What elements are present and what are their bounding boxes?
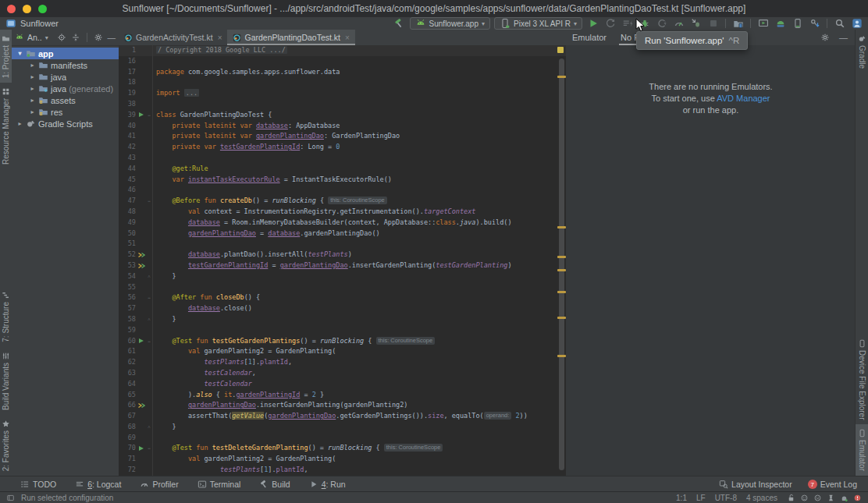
code-line-63[interactable]: 63 testCalendar, <box>119 368 566 379</box>
toolwindow-button-event-log[interactable]: 7Event Log <box>808 480 857 489</box>
fold-marker[interactable] <box>146 411 153 422</box>
fold-marker[interactable] <box>146 357 153 368</box>
run-test-icon[interactable] <box>137 110 146 121</box>
tree-item-java[interactable]: ▸java <box>12 71 119 83</box>
code-line-62[interactable]: 62 testPlants[1].plantId, <box>119 357 566 368</box>
tree-item-assets[interactable]: ▸assets <box>12 94 119 106</box>
code-line-71[interactable]: 71 val gardenPlanting2 = GardenPlanting( <box>119 454 566 465</box>
code-line-52[interactable]: 52 database.plantDao().insertAll(testPla… <box>119 250 566 260</box>
editor-tab-gardenplantingdaotest-kt[interactable]: GardenPlantingDaoTest.kt× <box>227 30 354 45</box>
code-line-1[interactable]: 1/ Copyright 2018 Google LLC .../ <box>119 45 566 56</box>
fold-marker[interactable] <box>146 56 153 67</box>
fold-marker[interactable] <box>146 260 153 271</box>
sdk-manager[interactable] <box>774 17 787 30</box>
fold-marker[interactable] <box>146 121 153 132</box>
profile-button[interactable] <box>672 17 685 30</box>
error-notification-icon[interactable] <box>853 494 862 502</box>
toolwindow-button-profiler[interactable]: Profiler <box>140 480 178 489</box>
chevron-right-icon[interactable]: ▸ <box>29 97 36 104</box>
code-line-57[interactable]: 57 database.close() <box>119 303 566 314</box>
fold-marker[interactable] <box>146 368 153 379</box>
code-line-53[interactable]: 53 testGardenPlantingId = gardenPlanting… <box>119 260 566 271</box>
fold-marker[interactable]: ˄ <box>146 314 153 325</box>
fold-marker[interactable] <box>146 185 153 196</box>
attach-debugger[interactable] <box>689 17 703 30</box>
device-select[interactable]: Pixel 3 XL API R▾ <box>494 17 582 30</box>
chevron-right-icon[interactable]: ▸ <box>29 73 36 80</box>
fold-marker[interactable] <box>146 153 153 164</box>
fold-marker[interactable] <box>146 303 153 314</box>
code-line-68[interactable]: 68˄ } <box>119 422 566 433</box>
chevron-right-icon[interactable]: ▸ <box>16 120 23 127</box>
fold-marker[interactable] <box>146 207 153 218</box>
code-line-69[interactable]: 69 <box>119 433 566 444</box>
toolwindow-button-build[interactable]: Build <box>259 480 290 489</box>
sidebar-item-resource-manager[interactable]: Resource Manager <box>0 83 12 169</box>
toolwindow-button-todo[interactable]: TODO <box>20 480 56 489</box>
apply-code-changes[interactable] <box>621 17 634 30</box>
chevron-right-icon[interactable]: ▸ <box>29 85 36 92</box>
code-line-55[interactable]: 55 <box>119 282 566 293</box>
fold-marker[interactable] <box>146 379 153 390</box>
chevron-down-icon[interactable]: ▾ <box>16 50 23 57</box>
profile-avatar[interactable] <box>850 17 863 30</box>
tree-item-java-generated[interactable]: ▸java (generated) <box>12 83 119 94</box>
run-button[interactable] <box>586 17 599 30</box>
zoom-window-button[interactable] <box>38 5 47 13</box>
code-line-51[interactable]: 51 <box>119 239 566 250</box>
code-line-16[interactable]: 16 <box>119 56 566 67</box>
fold-marker[interactable] <box>146 454 153 465</box>
locate-file-icon[interactable] <box>57 33 66 42</box>
toolwindow-button-4-run[interactable]: 4: Run <box>309 480 346 489</box>
sidebar-item-2-favorites[interactable]: 2: Favorites <box>0 415 12 476</box>
chevron-right-icon[interactable]: ▸ <box>29 62 36 69</box>
fold-marker[interactable] <box>146 142 153 153</box>
toolwindow-button-terminal[interactable]: Terminal <box>197 480 241 489</box>
code-line-70[interactable]: 70− @Test fun testDeleteGardenPlanting()… <box>119 443 566 454</box>
editor-scrollbar[interactable] <box>559 58 564 470</box>
project-view-selector[interactable]: An.. <box>27 33 42 42</box>
close-window-button[interactable] <box>7 5 16 13</box>
sidebar-item-gradle[interactable]: Gradle <box>856 30 868 73</box>
collapse-all-icon[interactable] <box>71 33 80 42</box>
gear-icon[interactable] <box>94 33 103 42</box>
fold-marker[interactable] <box>146 239 153 250</box>
breadcrumb[interactable]: Sunflower <box>0 18 59 29</box>
code-line-54[interactable]: 54˄ } <box>119 271 566 282</box>
code-line-18[interactable]: 18 <box>119 77 566 88</box>
fold-marker[interactable]: ˄ <box>146 271 153 282</box>
adb-device-icon[interactable] <box>840 494 848 502</box>
close-icon[interactable]: × <box>218 34 222 42</box>
fold-marker[interactable]: − <box>146 110 153 121</box>
code-line-60[interactable]: 60− @Test fun testGetGardenPlantings() =… <box>119 336 566 347</box>
tree-item-app[interactable]: ▾app <box>12 48 119 59</box>
code-line-45[interactable]: 45 var instantTaskExecutorRule = Instant… <box>119 175 566 186</box>
code-line-64[interactable]: 64 testCalendar <box>119 379 566 390</box>
device-manager[interactable] <box>731 17 745 30</box>
minimize-window-button[interactable] <box>23 5 31 13</box>
code-line-40[interactable]: 40 private lateinit var database: AppDat… <box>119 121 566 132</box>
code-area[interactable]: 1/ Copyright 2018 Google LLC .../1617pac… <box>119 45 566 476</box>
code-line-50[interactable]: 50 gardenPlantingDao = database.gardenPl… <box>119 228 566 239</box>
toolwindow-toggle-icon[interactable] <box>6 494 15 502</box>
code-line-41[interactable]: 41 private lateinit var gardenPlantingDa… <box>119 131 566 142</box>
code-line-65[interactable]: 65 ).also { it.gardenPlantingId = 2 } <box>119 390 566 401</box>
inspections-indicator[interactable] <box>557 47 564 53</box>
frowny-icon[interactable] <box>813 494 822 502</box>
fold-marker[interactable] <box>146 400 153 411</box>
close-icon[interactable]: × <box>345 34 350 42</box>
fold-marker[interactable] <box>146 346 153 357</box>
code-line-48[interactable]: 48 val context = InstrumentationRegistry… <box>119 207 566 218</box>
hide-panel-icon[interactable]: — <box>839 33 848 42</box>
sync-project[interactable] <box>808 17 821 30</box>
code-line-49[interactable]: 49 database = Room.inMemoryDatabaseBuild… <box>119 218 566 228</box>
fold-marker[interactable] <box>146 282 153 293</box>
status-widget-1-1[interactable]: 1:1 <box>676 494 687 502</box>
fold-marker[interactable] <box>146 325 153 336</box>
fold-marker[interactable] <box>146 218 153 228</box>
search-everywhere[interactable] <box>833 17 846 30</box>
smiley-icon[interactable] <box>800 494 809 502</box>
fold-marker[interactable] <box>146 99 153 110</box>
status-widget-lf[interactable]: LF <box>696 494 706 502</box>
run-test-icon[interactable] <box>137 336 146 347</box>
